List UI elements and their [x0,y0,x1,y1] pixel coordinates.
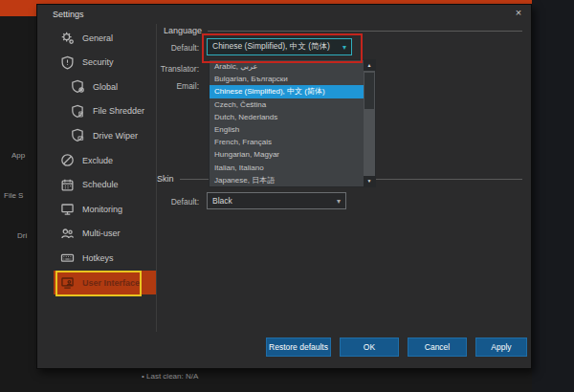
language-option[interactable]: Japanese, 日本語 [210,174,364,186]
language-option[interactable]: Italian, Italiano [210,162,364,174]
scroll-down-icon[interactable]: ▼ [364,176,375,186]
language-option[interactable]: Arabic, عربي [210,60,364,73]
language-option[interactable]: Dutch, Nederlands [210,111,364,123]
dialog-title: Settings [53,10,84,19]
shield-icon [60,55,75,70]
language-option[interactable]: English [210,123,364,136]
language-option[interactable]: Chinese (Simplified), 中文 (简体) [210,85,364,98]
last-clean-status: • Last clean: N/A [142,372,198,381]
exclude-icon [60,153,75,167]
language-option[interactable]: Czech, Čeština [210,98,364,111]
chevron-down-icon: ▾ [337,197,341,206]
language-section-line [208,31,522,32]
background-label-dri: Dri [17,231,36,240]
user-interface-icon [60,275,75,290]
ok-button[interactable]: OK [340,338,399,357]
email-label: Email: [133,81,199,91]
shield-file-icon [71,104,85,119]
language-option[interactable]: Bulgarian, Български [210,73,364,85]
users-icon [60,227,75,241]
sidebar-item-schedule[interactable]: Schedule [54,173,156,197]
chevron-down-icon: ▾ [342,43,346,52]
skin-section-title: Skin [157,174,174,184]
background-right-area: ly options [532,0,574,392]
sidebar-item-multi-user[interactable]: Multi-user [54,222,156,246]
sidebar-item-hotkeys[interactable]: Hotkeys [54,246,156,270]
settings-dialog: Settings × General Security Global File … [36,4,532,369]
sidebar-item-file-shredder[interactable]: File Shredder [54,99,156,123]
calendar-icon [60,178,75,192]
monitor-icon [60,202,75,216]
cancel-button[interactable]: Cancel [408,338,467,357]
translator-label: Translator: [133,64,199,74]
default-language-label: Default: [133,43,199,53]
shield-drive-icon [71,128,85,142]
language-dropdown-list: Arabic, عربيBulgarian, БългарскиChinese … [209,59,376,187]
close-icon[interactable]: × [511,6,526,19]
background-label-file: File S [4,191,36,200]
language-option[interactable]: French, Français [210,136,364,148]
footer-buttons: Restore defaultsOKCancelApply [266,338,527,357]
language-section-title: Language [164,26,202,35]
sidebar-item-drive-wiper[interactable]: Drive Wiper [54,123,156,147]
scroll-up-icon[interactable]: ▲ [364,60,375,71]
default-skin-label: Default: [133,197,199,207]
background-label-app: App [11,151,36,160]
keyboard-icon [60,250,75,265]
language-option[interactable]: Hungarian, Magyar [210,148,364,161]
shield-gear-icon [71,79,85,94]
scrollbar-thumb[interactable] [364,73,374,109]
language-options: Arabic, عربيBulgarian, БългарскиChinese … [210,60,364,186]
dropdown-scrollbar[interactable]: ▲ ▼ [364,60,375,186]
gear-icon [60,31,75,45]
sidebar-item-exclude[interactable]: Exclude [54,148,156,172]
language-default-combobox[interactable]: Chinese (Simplified), 中文 (简体) ▾ [207,38,352,55]
skin-default-combobox[interactable]: Black ▾ [207,192,346,209]
apply-button[interactable]: Apply [475,338,527,357]
sidebar-item-user-interface[interactable]: User Interface [54,271,156,294]
restore-defaults-button[interactable]: Restore defaults [266,338,331,357]
